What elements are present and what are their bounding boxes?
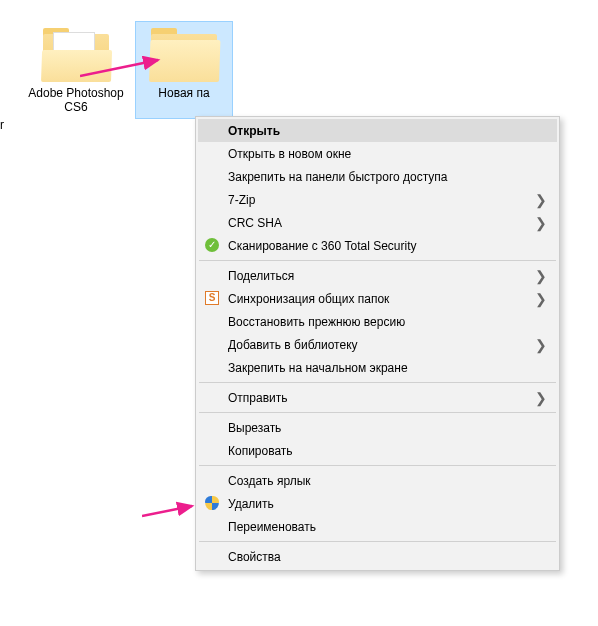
menu-item-crc-sha[interactable]: CRC SHA ❯ — [198, 211, 557, 234]
menu-item-label: Отправить — [228, 391, 527, 405]
chevron-right-icon: ❯ — [535, 390, 547, 406]
menu-item-create-shortcut[interactable]: Создать ярлык — [198, 469, 557, 492]
menu-item-label: Создать ярлык — [228, 474, 527, 488]
context-menu: Открыть Открыть в новом окне Закрепить н… — [195, 116, 560, 571]
chevron-right-icon: ❯ — [535, 192, 547, 208]
desktop-area: r Adobe Photoshop CS6 Новая па — [0, 0, 598, 626]
annotation-arrow-icon — [142, 498, 202, 522]
menu-item-properties[interactable]: Свойства — [198, 545, 557, 568]
menu-separator — [199, 412, 556, 413]
menu-item-rename[interactable]: Переименовать — [198, 515, 557, 538]
menu-item-label: Открыть в новом окне — [228, 147, 527, 161]
security-icon: ✓ — [204, 237, 220, 253]
menu-item-label: Вырезать — [228, 421, 527, 435]
menu-item-sync-shared-folders[interactable]: S Синхронизация общих папок ❯ — [198, 287, 557, 310]
menu-item-label: Удалить — [228, 497, 527, 511]
folder-item-adobe-photoshop[interactable]: Adobe Photoshop CS6 — [28, 22, 124, 114]
menu-item-label: Переименовать — [228, 520, 527, 534]
folder-icon — [149, 28, 219, 82]
folder-label: Новая па — [136, 86, 232, 100]
menu-item-label: Открыть — [228, 124, 527, 138]
chevron-right-icon: ❯ — [535, 268, 547, 284]
menu-item-pin-start[interactable]: Закрепить на начальном экране — [198, 356, 557, 379]
menu-item-delete[interactable]: Удалить — [198, 492, 557, 515]
menu-item-send-to[interactable]: Отправить ❯ — [198, 386, 557, 409]
menu-item-cut[interactable]: Вырезать — [198, 416, 557, 439]
truncated-text: r — [0, 118, 4, 132]
svg-line-1 — [142, 506, 192, 516]
folder-item-new-folder[interactable]: Новая па — [136, 22, 232, 118]
menu-item-label: Добавить в библиотеку — [228, 338, 527, 352]
menu-item-open-new-window[interactable]: Открыть в новом окне — [198, 142, 557, 165]
menu-item-label: Восстановить прежнюю версию — [228, 315, 527, 329]
menu-item-label: Копировать — [228, 444, 527, 458]
menu-item-label: Поделиться — [228, 269, 527, 283]
menu-item-add-to-library[interactable]: Добавить в библиотеку ❯ — [198, 333, 557, 356]
chevron-right-icon: ❯ — [535, 215, 547, 231]
menu-item-pin-quick-access[interactable]: Закрепить на панели быстрого доступа — [198, 165, 557, 188]
menu-item-label: 7-Zip — [228, 193, 527, 207]
menu-separator — [199, 382, 556, 383]
menu-item-restore-previous[interactable]: Восстановить прежнюю версию — [198, 310, 557, 333]
sync-icon: S — [204, 290, 220, 306]
uac-shield-icon — [204, 495, 220, 511]
chevron-right-icon: ❯ — [535, 337, 547, 353]
chevron-right-icon: ❯ — [535, 291, 547, 307]
menu-item-label: Закрепить на начальном экране — [228, 361, 527, 375]
menu-item-label: CRC SHA — [228, 216, 527, 230]
menu-item-share[interactable]: Поделиться ❯ — [198, 264, 557, 287]
menu-item-scan-360[interactable]: ✓ Сканирование с 360 Total Security — [198, 234, 557, 257]
menu-item-7zip[interactable]: 7-Zip ❯ — [198, 188, 557, 211]
folder-label: Adobe Photoshop CS6 — [28, 86, 124, 114]
menu-item-label: Свойства — [228, 550, 527, 564]
folder-icon — [41, 28, 111, 82]
menu-separator — [199, 260, 556, 261]
menu-item-copy[interactable]: Копировать — [198, 439, 557, 462]
menu-item-label: Сканирование с 360 Total Security — [228, 239, 527, 253]
menu-item-label: Закрепить на панели быстрого доступа — [228, 170, 527, 184]
menu-item-open[interactable]: Открыть — [198, 119, 557, 142]
menu-separator — [199, 541, 556, 542]
menu-separator — [199, 465, 556, 466]
menu-item-label: Синхронизация общих папок — [228, 292, 527, 306]
